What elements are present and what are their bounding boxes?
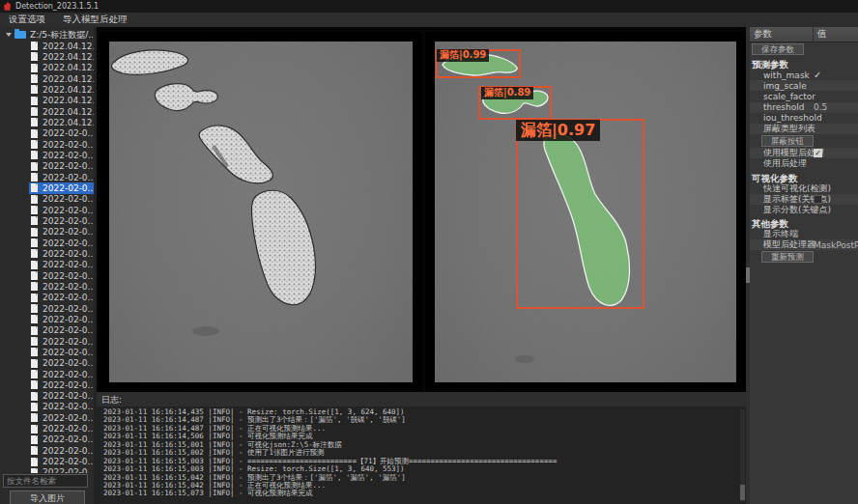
tree-item[interactable]: 2022.04.12... [29,117,94,127]
param-row[interactable]: 使用后处理 [750,158,858,169]
tree-item[interactable]: 2022-02-0... [29,369,94,379]
tree-item-label: 2022-02-0... [43,194,94,204]
tree-item-label: 2022.04.12... [43,118,94,127]
tree-item[interactable]: 2022-02-0... [29,238,94,248]
tree-item[interactable]: 2022.04.12... [29,84,94,95]
tree-item-label: 2022.04.12... [43,107,94,117]
file-icon [31,392,38,401]
tree-item-label: 2022-02-0... [43,128,94,138]
param-row[interactable]: scale_factor [750,91,858,101]
mask-filter-button[interactable]: 屏蔽按钮 [761,135,814,147]
file-icon [31,446,38,455]
checkbox[interactable] [814,195,822,204]
tree-item[interactable]: 2022-02-0... [29,270,94,281]
param-row[interactable]: with_mask✓ [750,70,858,80]
param-label: with_mask [763,70,810,80]
tree-item[interactable]: 2022-02-0... [29,456,94,466]
tree-item[interactable]: 2022-02-0... [29,205,94,215]
param-row[interactable]: iou_threshold [750,113,858,124]
tree-item[interactable]: 2022-02-0... [29,412,94,423]
tree-item[interactable]: 2022-02-0... [29,194,94,205]
tree-item[interactable]: 2022.04.12... [29,41,94,51]
log-scrollbar-handle[interactable] [740,485,745,500]
tree-item-label: 2022-02-0... [43,424,94,434]
param-section-label: 其他参数 [750,217,858,229]
tree-item[interactable]: 2022-02-0... [29,182,94,193]
tree-item[interactable]: 2022-02-0... [29,336,94,347]
tree-item[interactable]: 2022-02-0... [29,314,94,324]
tree-item[interactable]: 2022-02-0... [29,260,94,270]
param-row[interactable]: threshold0.5 [750,102,858,113]
detection-box [516,119,644,309]
left-image-frame [100,32,422,392]
param-row[interactable]: 显示终端 [750,229,858,239]
save-params-button[interactable]: 保存参数 [752,43,804,55]
filename-search-input[interactable] [3,474,88,488]
tree-item[interactable]: 2022-02-0... [29,248,94,259]
menu-item-settings[interactable]: 设置选项 [0,13,54,27]
param-label: 使用后处理 [763,158,807,169]
param-row[interactable]: 使用模型后处理✓ [750,148,858,158]
log-line: 2023-01-11 16:16:15,073 |INFO| - 可视化预测结果… [103,490,738,497]
tree-item[interactable]: 2022-02-0... [29,358,94,369]
import-image-button[interactable]: 导入图片 [10,490,85,504]
param-section-label: 预测参数 [750,58,858,70]
file-icon [31,195,38,204]
chevron-down-icon [6,33,12,37]
tree-item-label: 2022-02-0... [43,260,94,269]
tree-item[interactable]: 2022-02-0... [29,215,94,226]
repredict-button[interactable]: 重新预测 [761,251,814,263]
checkbox[interactable]: ✓ [814,149,822,157]
tree-item[interactable]: 2022-02-0... [29,281,94,292]
param-button-row: 保存参数 [750,42,858,56]
tree-item[interactable]: 2022.04.12... [29,73,94,84]
tree-item[interactable]: 2022.04.12... [29,106,94,117]
tree-item[interactable]: 2022-02-0... [29,423,94,434]
param-label: scale_factor [763,92,815,101]
file-icon [31,435,38,444]
tree-item[interactable]: 2022-02-0... [29,139,94,150]
file-icon [31,216,38,225]
tree-item-label: 2022-02-0... [43,227,94,237]
tree-item[interactable]: 2022.04.12... [29,51,94,62]
param-value [814,195,822,204]
tree-item[interactable]: 2022-02-0... [29,150,94,160]
tree-item-label: 2022.04.12... [43,85,94,95]
tree-item[interactable]: 2022-02-0... [29,161,94,172]
menu-item-import-postprocess[interactable]: 导入模型后处理 [54,13,136,27]
tree-item[interactable]: 2022-02-0 [29,467,94,473]
param-row[interactable]: 显示分数(关键点) [750,205,858,215]
tree-item[interactable]: 2022-02-0... [29,379,94,390]
tree-item[interactable]: 2022-02-0... [29,402,94,412]
tree-item[interactable]: 2022-02-0... [29,347,94,357]
tree-item[interactable]: 2022-02-0... [29,434,94,445]
tree-item[interactable]: 2022.04.12... [29,63,94,73]
param-row[interactable]: img_scale [750,80,858,91]
tree-item[interactable]: 2022.04.12... [29,96,94,106]
file-tree-panel: Z:/5-标注数据/... 2022.04.12...2022.04.12...… [0,27,94,504]
tree-item[interactable]: 2022-02-0... [29,325,94,336]
log-scrollbar[interactable] [740,409,745,502]
param-row[interactable]: 显示标签(关键点) [750,194,858,205]
tree-item[interactable]: 2022-02-0... [29,172,94,182]
tree-item[interactable]: 2022-02-0... [29,303,94,314]
file-icon [31,173,38,182]
param-row[interactable]: 屏蔽类型列表 [750,124,858,134]
tree-item[interactable]: 2022-02-0... [29,391,94,402]
tree-item[interactable]: 2022-02-0... [29,227,94,238]
detection-label: 漏箔|0.89 [481,87,533,99]
file-icon [31,107,38,116]
left-image-panel[interactable] [109,42,413,382]
param-label: 模型后处理器 [763,239,815,250]
file-tree: Z:/5-标注数据/... 2022.04.12...2022.04.12...… [0,29,94,473]
tree-item[interactable]: 2022-02-0... [29,293,94,303]
param-row[interactable]: 模型后处理器MaskPostPro [750,239,858,250]
tree-item-label: 2022.04.12... [43,74,94,84]
tree-root[interactable]: Z:/5-标注数据/... [0,29,94,41]
param-row[interactable]: 快速可视化(检测) [750,183,858,194]
file-icon [31,129,38,138]
log-lines[interactable]: 2023-01-11 16:16:14,435 |INFO| - Resize:… [97,407,738,504]
tree-item[interactable]: 2022-02-0... [29,128,94,139]
right-image-panel[interactable]: 漏箔|0.99 漏箔|0.89 漏箔|0.97 [435,42,736,382]
tree-item[interactable]: 2022-02-0... [29,445,94,456]
